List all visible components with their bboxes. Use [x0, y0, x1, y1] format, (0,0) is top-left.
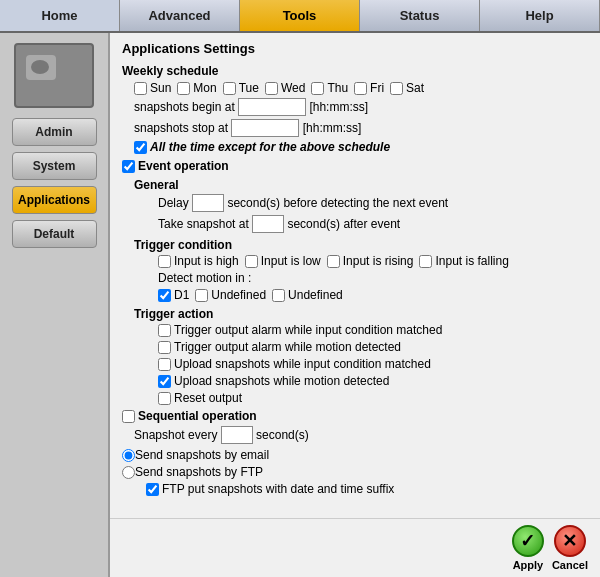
snapshots-begin-label: snapshots begin at: [134, 100, 235, 114]
general-label: General: [134, 178, 588, 192]
snapshot-prefix: Take snapshot at: [158, 217, 249, 231]
cb-undefined-1[interactable]: [195, 289, 208, 302]
snapshots-begin-format: [hh:mm:ss]: [309, 100, 368, 114]
cb-d1[interactable]: [158, 289, 171, 302]
sidebar-btn-system[interactable]: System: [12, 152, 97, 180]
cb-thu[interactable]: [311, 82, 324, 95]
ta-option-0: Trigger output alarm while input conditi…: [158, 323, 588, 337]
all-time-row: All the time except for the above schedu…: [134, 140, 588, 154]
ftp-option-row: FTP put snapshots with date and time suf…: [146, 482, 588, 496]
lbl-all-time: All the time except for the above schedu…: [150, 140, 390, 154]
nav-home[interactable]: Home: [0, 0, 120, 31]
snapshots-begin-input[interactable]: 00:00:00: [238, 98, 306, 116]
bottom-bar: ✓ Apply ✕ Cancel: [110, 518, 600, 577]
event-operation-label: Event operation: [138, 159, 229, 173]
trigger-condition-options: Input is high Input is low Input is risi…: [158, 254, 588, 268]
cb-tue[interactable]: [223, 82, 236, 95]
cb-wed[interactable]: [265, 82, 278, 95]
snapshot-after-row: Take snapshot at 0 second(s) after event: [158, 215, 588, 233]
snapshot-every-suffix: second(s): [256, 428, 309, 442]
sidebar-btn-default[interactable]: Default: [12, 220, 97, 248]
cb-ta-0[interactable]: [158, 324, 171, 337]
cancel-button[interactable]: ✕ Cancel: [552, 525, 588, 571]
sidebar-btn-applications[interactable]: Applications: [12, 186, 97, 214]
ta-option-2: Upload snapshots while input condition m…: [158, 357, 588, 371]
weekly-schedule-label: Weekly schedule: [122, 64, 588, 78]
snapshot-every-row: Snapshot every 5 second(s): [134, 426, 588, 444]
snapshot-input[interactable]: 0: [252, 215, 284, 233]
cb-ta-2[interactable]: [158, 358, 171, 371]
cb-undefined-2[interactable]: [272, 289, 285, 302]
snapshots-begin-row: snapshots begin at 00:00:00 [hh:mm:ss]: [134, 98, 588, 116]
detect-motion-label-row: Detect motion in :: [158, 271, 588, 285]
layout: Admin System Applications Default Applic…: [0, 33, 600, 577]
motion-options-row: D1 Undefined Undefined: [158, 288, 588, 302]
cb-sun[interactable]: [134, 82, 147, 95]
apply-label: Apply: [513, 559, 544, 571]
snapshots-stop-row: snapshots stop at 00:00:00 [hh:mm:ss]: [134, 119, 588, 137]
cb-ta-3[interactable]: [158, 375, 171, 388]
snapshot-every-input[interactable]: 5: [221, 426, 253, 444]
lbl-input-high: Input is high: [174, 254, 239, 268]
delay-input[interactable]: 5: [192, 194, 224, 212]
top-nav: Home Advanced Tools Status Help: [0, 0, 600, 33]
lbl-input-falling: Input is falling: [435, 254, 508, 268]
lbl-ftp-date: FTP put snapshots with date and time suf…: [162, 482, 394, 496]
snapshots-stop-label: snapshots stop at: [134, 121, 228, 135]
lbl-sat: Sat: [406, 81, 424, 95]
apply-button[interactable]: ✓ Apply: [512, 525, 544, 571]
lbl-undefined-2: Undefined: [288, 288, 343, 302]
cb-mon[interactable]: [177, 82, 190, 95]
cb-reset-output[interactable]: [158, 392, 171, 405]
cb-fri[interactable]: [354, 82, 367, 95]
snapshots-stop-format: [hh:mm:ss]: [303, 121, 362, 135]
snapshot-suffix: second(s) after event: [287, 217, 400, 231]
lbl-fri: Fri: [370, 81, 384, 95]
cb-input-high[interactable]: [158, 255, 171, 268]
rb-send-email[interactable]: [122, 449, 135, 462]
cb-all-time[interactable]: [134, 141, 147, 154]
detect-motion-label: Detect motion in :: [158, 271, 251, 285]
lbl-thu: Thu: [327, 81, 348, 95]
main-content: Applications Settings Weekly schedule Su…: [110, 33, 600, 518]
cb-ta-1[interactable]: [158, 341, 171, 354]
send-ftp-row: Send snapshots by FTP: [122, 465, 588, 479]
lbl-ta-3: Upload snapshots while motion detected: [174, 374, 389, 388]
lbl-d1: D1: [174, 288, 189, 302]
snapshot-every-prefix: Snapshot every: [134, 428, 217, 442]
cb-sequential[interactable]: [122, 410, 135, 423]
lbl-mon: Mon: [193, 81, 216, 95]
lbl-input-low: Input is low: [261, 254, 321, 268]
cb-input-falling[interactable]: [419, 255, 432, 268]
trigger-condition-label: Trigger condition: [134, 238, 588, 252]
cb-input-low[interactable]: [245, 255, 258, 268]
lbl-ta-2: Upload snapshots while input condition m…: [174, 357, 431, 371]
nav-advanced[interactable]: Advanced: [120, 0, 240, 31]
ta-option-1: Trigger output alarm while motion detect…: [158, 340, 588, 354]
cb-sat[interactable]: [390, 82, 403, 95]
lbl-undefined-1: Undefined: [211, 288, 266, 302]
cancel-label: Cancel: [552, 559, 588, 571]
lbl-sun: Sun: [150, 81, 171, 95]
cancel-icon: ✕: [554, 525, 586, 557]
reset-output-row: Reset output: [158, 391, 588, 405]
days-row: Sun Mon Tue Wed Thu Fri Sat: [134, 81, 588, 95]
snapshots-stop-input[interactable]: 00:00:00: [231, 119, 299, 137]
lbl-input-rising: Input is rising: [343, 254, 414, 268]
trigger-action-label: Trigger action: [134, 307, 588, 321]
sidebar: Admin System Applications Default: [0, 33, 110, 577]
cb-event-operation[interactable]: [122, 160, 135, 173]
apply-icon: ✓: [512, 525, 544, 557]
cb-ftp-date[interactable]: [146, 483, 159, 496]
lbl-reset-output: Reset output: [174, 391, 242, 405]
rb-send-ftp[interactable]: [122, 466, 135, 479]
nav-tools[interactable]: Tools: [240, 0, 360, 31]
sidebar-btn-admin[interactable]: Admin: [12, 118, 97, 146]
nav-help[interactable]: Help: [480, 0, 600, 31]
event-operation-row: Event operation: [122, 159, 588, 173]
delay-suffix: second(s) before detecting the next even…: [227, 196, 448, 210]
ta-option-3: Upload snapshots while motion detected: [158, 374, 588, 388]
nav-status[interactable]: Status: [360, 0, 480, 31]
lbl-ta-1: Trigger output alarm while motion detect…: [174, 340, 401, 354]
cb-input-rising[interactable]: [327, 255, 340, 268]
